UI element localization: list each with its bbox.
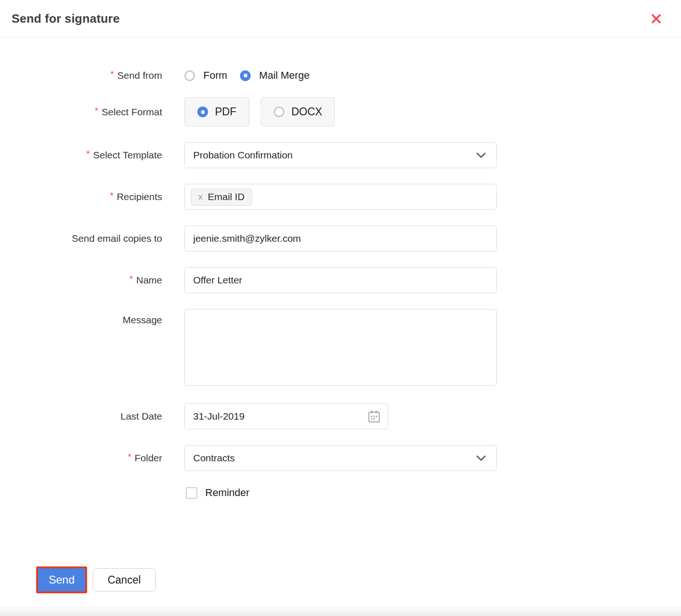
radio-unchecked-icon bbox=[274, 107, 284, 117]
page-title: Send for signature bbox=[12, 12, 120, 26]
format-option-label: PDF bbox=[215, 106, 236, 118]
name-label: *Name bbox=[0, 275, 162, 286]
message-row: Message bbox=[0, 309, 681, 388]
select-format-row: *Select Format PDF DOCX bbox=[0, 97, 681, 126]
reminder-checkbox[interactable] bbox=[186, 487, 197, 499]
reminder-row: Reminder bbox=[0, 487, 681, 499]
radio-option-label: Form bbox=[203, 69, 227, 82]
recipients-row: *Recipients x Email ID bbox=[0, 184, 681, 210]
last-date-input[interactable] bbox=[184, 403, 388, 429]
select-format-label: *Select Format bbox=[0, 107, 162, 118]
recipients-input[interactable]: x Email ID bbox=[184, 184, 497, 210]
last-date-field-wrap bbox=[184, 403, 388, 429]
send-email-copies-label: Send email copies to bbox=[0, 233, 162, 244]
format-option-label: DOCX bbox=[291, 106, 322, 118]
send-button[interactable]: Send bbox=[36, 566, 87, 593]
select-template-row: *Select Template Probation Confirmation bbox=[0, 142, 681, 168]
required-marker: * bbox=[86, 149, 90, 159]
message-field[interactable] bbox=[184, 309, 497, 386]
radio-checked-icon bbox=[240, 70, 251, 81]
radio-option-form[interactable]: Form bbox=[184, 69, 227, 82]
send-for-signature-form: *Send from Form Mail Merge *Select Forma… bbox=[0, 38, 681, 593]
select-template-dropdown[interactable]: Probation Confirmation bbox=[184, 142, 497, 168]
last-date-row: Last Date bbox=[0, 403, 681, 429]
chip-remove-icon[interactable]: x bbox=[198, 192, 203, 202]
format-radio-group: PDF DOCX bbox=[184, 97, 497, 126]
dialog-footer: Send Cancel bbox=[0, 566, 681, 593]
close-icon[interactable] bbox=[648, 11, 664, 27]
radio-unchecked-icon bbox=[184, 70, 195, 81]
radio-option-label: Mail Merge bbox=[259, 69, 309, 82]
select-template-value: Probation Confirmation bbox=[193, 150, 293, 161]
required-marker: * bbox=[95, 106, 98, 116]
chevron-down-icon bbox=[476, 152, 486, 158]
recipients-label: *Recipients bbox=[0, 191, 162, 202]
format-option-pdf[interactable]: PDF bbox=[184, 97, 249, 126]
name-field[interactable] bbox=[184, 267, 497, 293]
folder-dropdown[interactable]: Contracts bbox=[184, 445, 497, 471]
select-template-label: *Select Template bbox=[0, 150, 162, 161]
reminder-label: Reminder bbox=[205, 487, 249, 499]
required-marker: * bbox=[110, 190, 114, 201]
message-label: Message bbox=[0, 309, 162, 326]
dialog-header: Send for signature bbox=[0, 0, 681, 38]
folder-row: *Folder Contracts bbox=[0, 445, 681, 471]
format-option-docx[interactable]: DOCX bbox=[261, 97, 335, 126]
send-from-radio-group: Form Mail Merge bbox=[184, 69, 497, 82]
send-email-copies-input[interactable] bbox=[184, 226, 497, 251]
cancel-button[interactable]: Cancel bbox=[93, 568, 156, 591]
send-from-row: *Send from Form Mail Merge bbox=[0, 69, 681, 82]
calendar-icon[interactable] bbox=[367, 409, 381, 424]
folder-value: Contracts bbox=[193, 453, 235, 464]
reminder-option: Reminder bbox=[184, 487, 497, 499]
chip-label: Email ID bbox=[208, 191, 245, 202]
folder-label: *Folder bbox=[0, 453, 162, 464]
page-bottom-strip bbox=[0, 607, 681, 616]
send-from-label: *Send from bbox=[0, 70, 162, 81]
radio-checked-icon bbox=[197, 107, 208, 117]
required-marker: * bbox=[110, 69, 114, 79]
radio-option-mail-merge[interactable]: Mail Merge bbox=[240, 69, 309, 82]
name-row: *Name bbox=[0, 267, 681, 293]
send-email-copies-row: Send email copies to bbox=[0, 226, 681, 251]
required-marker: * bbox=[128, 452, 132, 462]
recipient-chip: x Email ID bbox=[191, 189, 252, 206]
chevron-down-icon bbox=[476, 455, 486, 461]
last-date-label: Last Date bbox=[0, 411, 162, 422]
required-marker: * bbox=[129, 274, 133, 284]
